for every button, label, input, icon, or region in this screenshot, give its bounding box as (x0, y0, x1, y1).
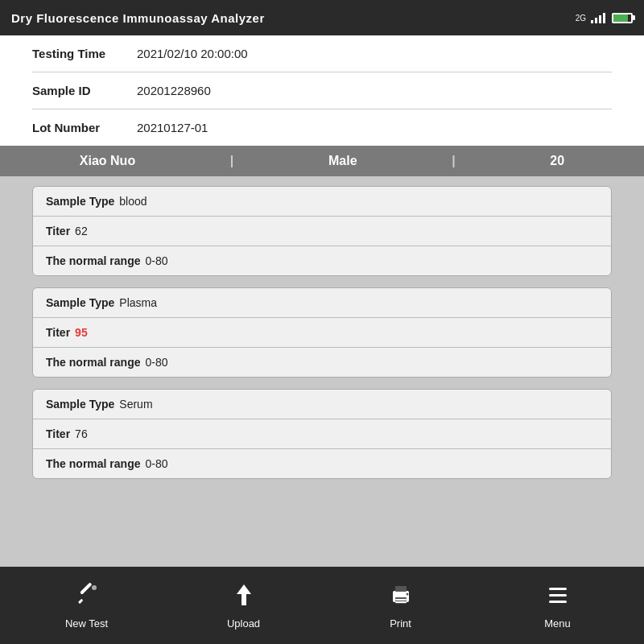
svg-rect-4 (80, 582, 93, 595)
titer-row-1: Titer 95 (33, 318, 611, 348)
sample-cards-container: Sample Type blood Titer 62 The normal ra… (32, 186, 612, 479)
lot-number-row: Lot Number 20210127-01 (32, 109, 612, 146)
titer-value-0: 62 (75, 225, 88, 237)
new-test-label: New Test (65, 617, 108, 630)
upload-button[interactable]: Upload (165, 573, 322, 638)
sample-type-label-1: Sample Type (46, 296, 114, 309)
upload-label: Upload (227, 617, 260, 630)
svg-rect-11 (395, 599, 407, 601)
lot-number-label: Lot Number (32, 121, 137, 134)
svg-rect-0 (591, 20, 593, 23)
normal-range-row-2: The normal range 0-80 (33, 449, 611, 478)
sample-id-row: Sample ID 20201228960 (32, 72, 612, 109)
battery-icon (612, 13, 633, 23)
titer-row-0: Titer 62 (33, 217, 611, 246)
sample-type-value-1: Plasma (119, 296, 157, 309)
svg-point-13 (406, 593, 408, 596)
normal-range-value-0: 0-80 (145, 254, 167, 267)
status-icons: 2G (576, 12, 633, 23)
new-test-button[interactable]: New Test (8, 573, 165, 638)
svg-rect-1 (595, 18, 597, 23)
titer-label-0: Titer (46, 225, 70, 237)
sample-card-1: Sample Type Plasma Titer 95 The normal r… (32, 287, 612, 378)
normal-range-label-1: The normal range (46, 356, 140, 369)
svg-rect-5 (78, 599, 83, 604)
titer-value-1: 95 (75, 326, 88, 339)
signal-icon (591, 12, 605, 23)
sample-type-row-0: Sample Type blood (33, 187, 611, 217)
svg-rect-9 (395, 586, 407, 592)
sample-type-label-2: Sample Type (46, 398, 114, 411)
svg-rect-12 (395, 601, 407, 603)
info-section: Testing Time 2021/02/10 20:00:00 Sample … (0, 35, 644, 146)
normal-range-value-1: 0-80 (145, 356, 167, 369)
svg-rect-15 (549, 594, 567, 597)
normal-range-label-2: The normal range (46, 457, 140, 470)
divider-2: | (452, 154, 455, 168)
svg-rect-2 (599, 15, 601, 23)
app-title: Dry Fluorescence Immunoassay Analyzer (11, 11, 265, 25)
testing-time-row: Testing Time 2021/02/10 20:00:00 (32, 35, 612, 72)
titer-label-1: Titer (46, 326, 70, 339)
normal-range-label-0: The normal range (46, 254, 140, 267)
upload-icon (230, 581, 258, 613)
sample-card-0: Sample Type blood Titer 62 The normal ra… (32, 186, 612, 276)
svg-rect-3 (603, 13, 605, 23)
sample-type-row-2: Sample Type Serum (33, 390, 611, 419)
battery-fill (613, 14, 628, 22)
menu-label: Menu (544, 617, 571, 630)
normal-range-row-1: The normal range 0-80 (33, 348, 611, 377)
content-area: Sample Type blood Titer 62 The normal ra… (0, 176, 644, 567)
print-icon (387, 581, 415, 613)
toolbar: New Test Upload Print (0, 567, 644, 644)
svg-point-6 (92, 585, 97, 590)
normal-range-value-2: 0-80 (145, 457, 167, 470)
sample-id-label: Sample ID (32, 84, 137, 97)
normal-range-row-0: The normal range 0-80 (33, 246, 611, 275)
titer-value-2: 76 (75, 427, 88, 440)
sample-type-label-0: Sample Type (46, 195, 114, 208)
patient-gender: Male (328, 154, 357, 168)
sample-type-value-0: blood (119, 195, 147, 208)
signal-label: 2G (576, 14, 586, 23)
divider-1: | (230, 154, 233, 168)
lot-number-value: 20210127-01 (137, 121, 208, 134)
svg-rect-16 (549, 601, 567, 603)
new-test-icon (73, 581, 101, 613)
patient-bar: Xiao Nuo | Male | 20 (0, 146, 644, 176)
sample-type-value-2: Serum (119, 398, 152, 411)
testing-time-label: Testing Time (32, 47, 137, 60)
status-bar: Dry Fluorescence Immunoassay Analyzer 2G (0, 0, 644, 35)
print-button[interactable]: Print (322, 573, 479, 638)
svg-marker-7 (237, 584, 251, 605)
patient-age: 20 (550, 154, 564, 168)
sample-card-2: Sample Type Serum Titer 76 The normal ra… (32, 389, 612, 479)
testing-time-value: 2021/02/10 20:00:00 (137, 47, 248, 60)
sample-id-value: 20201228960 (137, 84, 211, 97)
print-label: Print (390, 617, 411, 630)
patient-name: Xiao Nuo (80, 154, 135, 168)
titer-label-2: Titer (46, 427, 70, 440)
titer-row-2: Titer 76 (33, 419, 611, 449)
sample-type-row-1: Sample Type Plasma (33, 288, 611, 318)
svg-rect-14 (549, 588, 567, 590)
page-wrapper: Dry Fluorescence Immunoassay Analyzer 2G… (0, 0, 644, 644)
menu-icon (544, 581, 572, 613)
menu-button[interactable]: Menu (479, 573, 636, 638)
